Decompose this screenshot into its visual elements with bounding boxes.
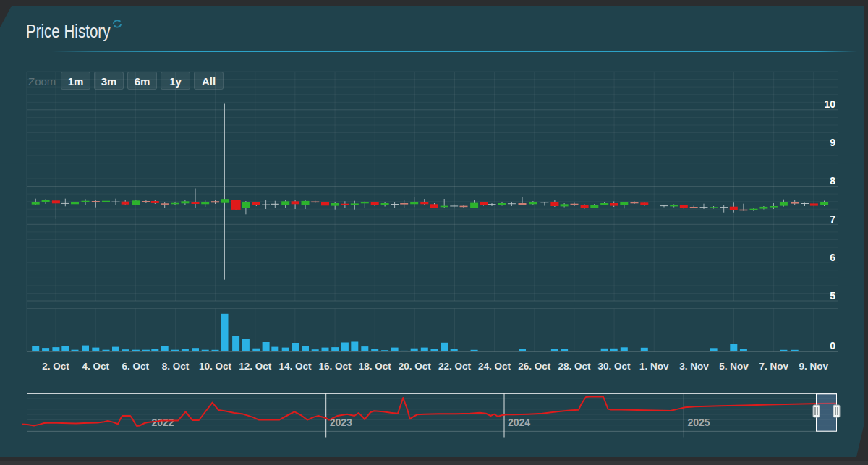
svg-text:5. Nov: 5. Nov <box>719 361 749 372</box>
svg-text:10. Oct: 10. Oct <box>199 361 232 372</box>
svg-text:5: 5 <box>830 290 835 302</box>
svg-text:6. Oct: 6. Oct <box>122 361 150 372</box>
svg-text:3. Nov: 3. Nov <box>679 361 709 372</box>
svg-text:2022: 2022 <box>152 417 174 428</box>
svg-text:30. Oct: 30. Oct <box>598 361 631 372</box>
svg-text:18. Oct: 18. Oct <box>359 361 392 372</box>
svg-text:9: 9 <box>830 137 835 148</box>
svg-text:14. Oct: 14. Oct <box>278 361 312 372</box>
svg-text:20. Oct: 20. Oct <box>399 361 432 372</box>
svg-text:8. Oct: 8. Oct <box>162 361 190 372</box>
svg-text:2025: 2025 <box>687 417 710 428</box>
svg-text:2. Oct: 2. Oct <box>42 361 69 372</box>
svg-text:2024: 2024 <box>508 417 530 428</box>
svg-text:12. Oct: 12. Oct <box>239 361 272 372</box>
svg-text:8: 8 <box>830 175 835 187</box>
svg-text:22. Oct: 22. Oct <box>438 361 472 372</box>
svg-text:7. Nov: 7. Nov <box>759 361 788 372</box>
svg-text:16. Oct: 16. Oct <box>319 361 352 372</box>
svg-text:0: 0 <box>830 340 835 351</box>
svg-text:1. Nov: 1. Nov <box>639 361 669 372</box>
svg-text:26. Oct: 26. Oct <box>518 361 551 372</box>
svg-text:4. Oct: 4. Oct <box>82 361 109 372</box>
svg-text:6: 6 <box>830 252 835 263</box>
svg-text:28. Oct: 28. Oct <box>558 361 591 372</box>
svg-text:7: 7 <box>830 213 835 225</box>
svg-text:9. Nov: 9. Nov <box>799 361 829 372</box>
svg-text:10: 10 <box>824 98 835 110</box>
svg-text:24. Oct: 24. Oct <box>478 361 511 372</box>
